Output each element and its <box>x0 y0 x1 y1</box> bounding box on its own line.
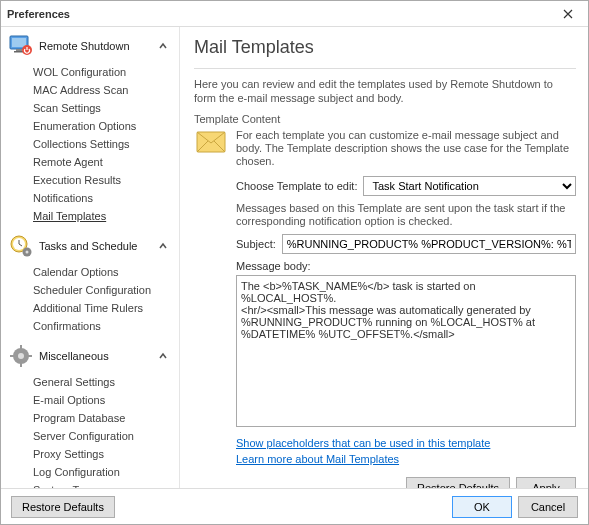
monitor-power-icon <box>7 32 35 60</box>
chevron-up-icon <box>156 239 170 253</box>
gear-icon <box>7 342 35 370</box>
body-label: Message body: <box>236 260 576 272</box>
restore-defaults-button[interactable]: Restore Defaults <box>11 496 115 518</box>
titlebar: Preferences <box>1 1 588 27</box>
section-remote-shutdown: Remote Shutdown WOL Configuration MAC Ad… <box>7 31 176 225</box>
intro-text: Here you can review and edit the templat… <box>194 77 576 105</box>
sidebar-item-additional-time-rulers[interactable]: Additional Time Rulers <box>33 299 176 317</box>
sidebar-item-notifications[interactable]: Notifications <box>33 189 176 207</box>
section-items: General Settings E-mail Options Program … <box>33 373 176 488</box>
svg-rect-13 <box>10 355 14 357</box>
svg-point-10 <box>18 353 24 359</box>
message-body-input[interactable] <box>236 275 576 427</box>
sidebar-item-proxy-settings[interactable]: Proxy Settings <box>33 445 176 463</box>
sidebar-item-log-configuration[interactable]: Log Configuration <box>33 463 176 481</box>
choose-template-row: Choose Template to edit: Task Start Noti… <box>236 176 576 196</box>
sidebar-item-system-tray[interactable]: System Tray <box>33 481 176 488</box>
sidebar-item-remote-agent[interactable]: Remote Agent <box>33 153 176 171</box>
chevron-up-icon <box>156 39 170 53</box>
body: Remote Shutdown WOL Configuration MAC Ad… <box>1 27 588 488</box>
section-label: Tasks and Schedule <box>39 240 156 252</box>
window-title: Preferences <box>7 8 70 20</box>
svg-rect-1 <box>12 38 26 47</box>
sidebar-item-mac-address-scan[interactable]: MAC Address Scan <box>33 81 176 99</box>
sidebar-item-scan-settings[interactable]: Scan Settings <box>33 99 176 117</box>
section-header-tasks-schedule[interactable]: Tasks and Schedule <box>7 231 176 261</box>
sidebar-item-collections-settings[interactable]: Collections Settings <box>33 135 176 153</box>
section-items: Calendar Options Scheduler Configuration… <box>33 263 176 335</box>
template-desc-row: For each template you can customize e-ma… <box>194 129 576 168</box>
envelope-icon <box>194 129 228 157</box>
svg-rect-14 <box>28 355 32 357</box>
section-label: Miscellaneous <box>39 350 156 362</box>
subject-row: Subject: <box>236 234 576 254</box>
restore-defaults-panel-button[interactable]: Restore Defaults <box>406 477 510 488</box>
sidebar-item-wol-configuration[interactable]: WOL Configuration <box>33 63 176 81</box>
apply-button[interactable]: Apply <box>516 477 576 488</box>
divider <box>194 68 576 69</box>
svg-rect-11 <box>20 345 22 349</box>
section-header-misc[interactable]: Miscellaneous <box>7 341 176 371</box>
learn-more-link[interactable]: Learn more about Mail Templates <box>236 453 576 465</box>
svg-rect-2 <box>16 49 22 51</box>
close-button[interactable] <box>554 4 582 24</box>
template-desc: For each template you can customize e-ma… <box>236 129 576 168</box>
clock-gear-icon <box>7 232 35 260</box>
section-tasks-schedule: Tasks and Schedule Calendar Options Sche… <box>7 231 176 335</box>
section-items: WOL Configuration MAC Address Scan Scan … <box>33 63 176 225</box>
section-header-remote-shutdown[interactable]: Remote Shutdown <box>7 31 176 61</box>
footer: Restore Defaults OK Cancel <box>1 488 588 524</box>
sidebar-item-enumeration-options[interactable]: Enumeration Options <box>33 117 176 135</box>
sidebar: Remote Shutdown WOL Configuration MAC Ad… <box>1 27 179 488</box>
footer-right: OK Cancel <box>452 496 578 518</box>
chevron-up-icon <box>156 349 170 363</box>
subject-label: Subject: <box>236 238 276 250</box>
sidebar-item-program-database[interactable]: Program Database <box>33 409 176 427</box>
svg-rect-12 <box>20 363 22 367</box>
sidebar-item-calendar-options[interactable]: Calendar Options <box>33 263 176 281</box>
choose-template-select[interactable]: Task Start Notification <box>363 176 576 196</box>
sidebar-item-server-configuration[interactable]: Server Configuration <box>33 427 176 445</box>
sidebar-item-confirmations[interactable]: Confirmations <box>33 317 176 335</box>
cancel-button[interactable]: Cancel <box>518 496 578 518</box>
ok-button[interactable]: OK <box>452 496 512 518</box>
section-label: Remote Shutdown <box>39 40 156 52</box>
subject-input[interactable] <box>282 234 576 254</box>
section-misc: Miscellaneous General Settings E-mail Op… <box>7 341 176 488</box>
main-buttons: Restore Defaults Apply <box>194 477 576 488</box>
sidebar-item-mail-templates[interactable]: Mail Templates <box>33 207 176 225</box>
show-placeholders-link[interactable]: Show placeholders that can be used in th… <box>236 437 576 449</box>
page-title: Mail Templates <box>194 37 576 58</box>
svg-point-8 <box>26 251 29 254</box>
sidebar-item-general-settings[interactable]: General Settings <box>33 373 176 391</box>
sidebar-item-execution-results[interactable]: Execution Results <box>33 171 176 189</box>
preferences-window: Preferences <box>0 0 589 525</box>
sidebar-item-email-options[interactable]: E-mail Options <box>33 391 176 409</box>
main-panel: Mail Templates Here you can review and e… <box>179 27 588 488</box>
links: Show placeholders that can be used in th… <box>236 437 576 465</box>
sidebar-item-scheduler-configuration[interactable]: Scheduler Configuration <box>33 281 176 299</box>
choose-template-label: Choose Template to edit: <box>236 180 357 192</box>
group-label: Template Content <box>194 113 576 125</box>
template-note: Messages based on this Template are sent… <box>236 202 576 228</box>
